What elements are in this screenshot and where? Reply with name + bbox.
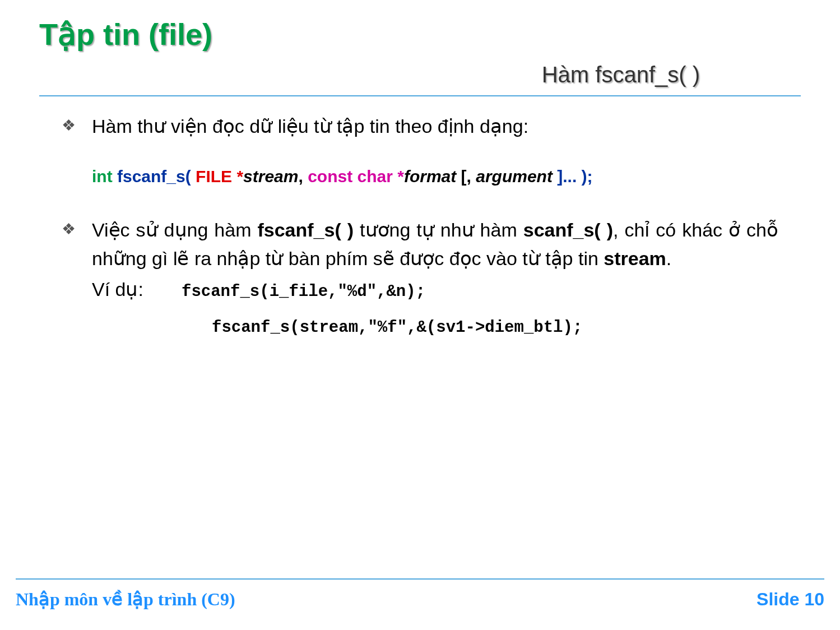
divider-bottom (16, 578, 824, 580)
bullet-item-2: ❖ Việc sử dụng hàm fscanf_s( ) tương tự … (62, 216, 778, 273)
example-label: Ví dụ: (92, 278, 182, 300)
slide-title: Tập tin (file) (39, 17, 801, 52)
footer-row: Nhập môn về lập trình (C9) Slide 10 (16, 589, 824, 610)
slide-container: Tập tin (file) Hàm fscanf_s( ) ❖ Hàm thư… (0, 0, 840, 630)
divider-top (39, 95, 801, 96)
slide-number: 10 (804, 589, 824, 609)
b2-fn1: fscanf_s( ) (257, 219, 354, 240)
diamond-bullet-icon: ❖ (62, 112, 92, 137)
sig-arg-format: format (404, 167, 456, 186)
bullet-text-2: Việc sử dụng hàm fscanf_s( ) tương tự nh… (92, 216, 778, 273)
sig-const-char: const char * (308, 167, 404, 186)
slide-label: Slide (757, 589, 804, 609)
footer-right-text: Slide 10 (757, 589, 824, 610)
sig-arg-stream: stream (243, 167, 298, 186)
example-block: Ví dụ: fscanf_s(i_file,"%d",&n); fscanf_… (92, 277, 778, 342)
example-row-1: Ví dụ: fscanf_s(i_file,"%d",&n); (92, 277, 778, 307)
b2-stream: stream (604, 248, 666, 269)
b2-fn2: scanf_s( ) (523, 219, 613, 240)
slide-footer: Nhập môn về lập trình (C9) Slide 10 (0, 578, 840, 610)
bullet-item-1: ❖ Hàm thư viện đọc dữ liệu từ tập tin th… (62, 112, 778, 141)
b2-part2: tương tự như hàm (354, 219, 523, 240)
sig-opt-open: [, (456, 167, 476, 186)
sig-end: ]... ); (553, 167, 593, 186)
slide-subtitle: Hàm fscanf_s( ) (39, 62, 801, 87)
sig-function-name: fscanf_s (117, 167, 185, 186)
b2-part1: Việc sử dụng hàm (92, 219, 257, 240)
code-line-1: fscanf_s(i_file,"%d",&n); (182, 277, 425, 307)
sig-return-type: int (92, 167, 117, 186)
bullet-text-1: Hàm thư viện đọc dữ liệu từ tập tin theo… (92, 112, 778, 141)
sig-file-type: FILE * (196, 167, 243, 186)
content-area: ❖ Hàm thư viện đọc dữ liệu từ tập tin th… (39, 112, 801, 342)
code-line-2: fscanf_s(stream,"%f",&(sv1->diem_btl); (212, 313, 778, 342)
diamond-bullet-icon: ❖ (62, 216, 92, 241)
function-signature: int fscanf_s( FILE *stream, const char *… (92, 163, 778, 190)
sig-comma-1: , (298, 167, 308, 186)
footer-left-text: Nhập môn về lập trình (C9) (16, 589, 235, 610)
b2-part4: . (666, 248, 671, 269)
sig-open-paren: ( (185, 167, 196, 186)
sig-arg-argument: argument (476, 167, 553, 186)
